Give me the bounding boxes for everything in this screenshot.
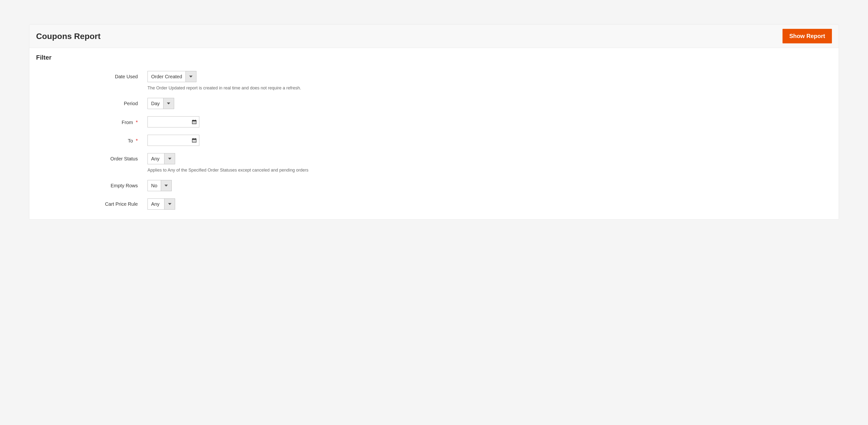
to-row: To *: [36, 135, 832, 146]
svg-rect-9: [193, 123, 193, 124]
svg-marker-0: [189, 75, 192, 78]
chevron-down-icon: [164, 153, 175, 164]
cart-price-rule-row: Cart Price Rule Any: [36, 199, 832, 210]
svg-rect-18: [195, 141, 196, 141]
report-panel: Coupons Report Show Report Filter Date U…: [29, 24, 839, 219]
date-used-label-text: Date Used: [115, 74, 138, 79]
chevron-down-icon: [161, 180, 172, 191]
period-label: Period: [36, 98, 148, 107]
from-date-input[interactable]: [148, 117, 189, 127]
page-title: Coupons Report: [36, 31, 100, 41]
svg-marker-24: [168, 203, 172, 205]
order-status-label-text: Order Status: [111, 156, 138, 161]
calendar-icon[interactable]: [189, 135, 199, 146]
date-used-helper: The Order Updated report is created in r…: [148, 86, 832, 91]
order-status-label: Order Status: [36, 153, 148, 162]
period-value: Day: [148, 98, 163, 109]
chevron-down-icon: [186, 71, 196, 82]
svg-rect-4: [193, 120, 193, 121]
svg-rect-7: [194, 122, 194, 123]
svg-marker-23: [164, 185, 168, 187]
cart-price-rule-value: Any: [148, 199, 164, 209]
svg-rect-21: [195, 142, 196, 142]
empty-rows-row: Empty Rows No: [36, 180, 832, 191]
cart-price-rule-select[interactable]: Any: [148, 199, 175, 210]
required-indicator: *: [135, 119, 138, 125]
order-status-helper: Applies to Any of the Specified Order St…: [148, 168, 832, 173]
svg-rect-6: [193, 122, 193, 123]
date-used-row: Date Used Order Created The Order Update…: [36, 71, 832, 91]
order-status-select[interactable]: Any: [148, 153, 175, 164]
date-used-value: Order Created: [148, 71, 186, 82]
svg-rect-17: [194, 141, 194, 141]
to-label-text: To: [128, 138, 133, 144]
svg-rect-13: [192, 139, 196, 140]
svg-marker-22: [168, 158, 172, 160]
panel-header: Coupons Report Show Report: [29, 25, 839, 48]
svg-rect-11: [195, 123, 196, 124]
filter-section-title: Filter: [36, 54, 832, 61]
svg-rect-5: [195, 120, 196, 121]
svg-rect-3: [192, 120, 196, 122]
empty-rows-select[interactable]: No: [148, 180, 172, 191]
svg-rect-14: [193, 138, 193, 139]
empty-rows-label: Empty Rows: [36, 180, 148, 188]
from-label: From *: [36, 116, 148, 125]
svg-rect-10: [194, 123, 194, 124]
from-date-wrap: [148, 116, 199, 127]
cart-price-rule-label-text: Cart Price Rule: [105, 201, 138, 207]
required-indicator: *: [135, 138, 138, 144]
svg-rect-15: [195, 138, 196, 139]
chevron-down-icon: [163, 98, 174, 109]
period-row: Period Day: [36, 98, 832, 109]
panel-body: Filter Date Used Order Created The Order…: [29, 48, 839, 219]
empty-rows-label-text: Empty Rows: [111, 183, 138, 188]
to-date-wrap: [148, 135, 199, 146]
period-select[interactable]: Day: [148, 98, 174, 109]
period-label-text: Period: [124, 101, 138, 106]
order-status-row: Order Status Any Applies to Any of the S…: [36, 153, 832, 173]
empty-rows-value: No: [148, 180, 161, 191]
calendar-icon[interactable]: [189, 117, 199, 127]
svg-rect-19: [193, 142, 193, 142]
date-used-label: Date Used: [36, 71, 148, 80]
from-label-text: From: [122, 120, 133, 125]
svg-rect-16: [193, 141, 193, 141]
cart-price-rule-label: Cart Price Rule: [36, 199, 148, 207]
svg-marker-1: [167, 102, 170, 104]
chevron-down-icon: [164, 199, 175, 209]
show-report-button[interactable]: Show Report: [782, 29, 832, 43]
from-row: From *: [36, 116, 832, 127]
order-status-value: Any: [148, 153, 164, 164]
to-label: To *: [36, 135, 148, 144]
svg-rect-8: [195, 122, 196, 123]
to-date-input[interactable]: [148, 135, 189, 146]
svg-rect-20: [194, 142, 194, 142]
date-used-select[interactable]: Order Created: [148, 71, 196, 82]
